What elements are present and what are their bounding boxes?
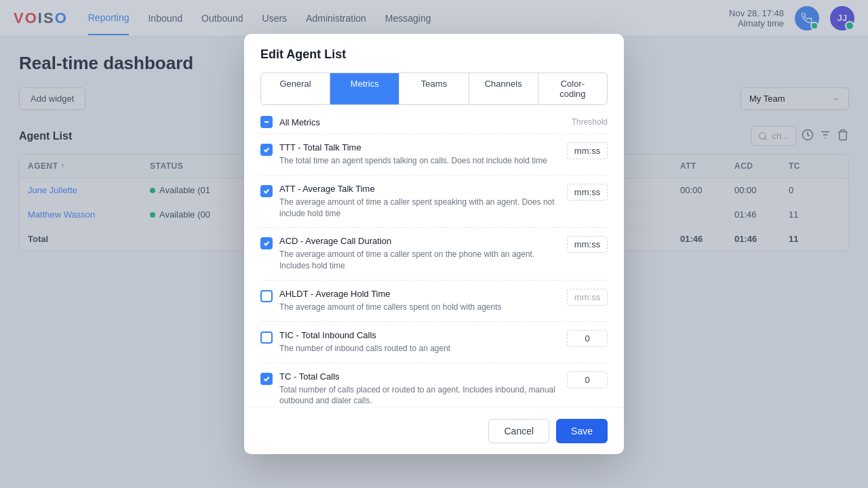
threshold-acd[interactable]: mm:ss xyxy=(567,236,608,253)
metric-desc-tic: The number of inbound calls routed to an… xyxy=(279,343,560,354)
modal-tabs: General Metrics Teams Channels Color-cod… xyxy=(260,73,608,105)
checkmark xyxy=(260,290,273,302)
metric-item-tc: TC - Total Calls Total number of calls p… xyxy=(260,363,608,407)
metric-desc-att: The average amount of time a caller spen… xyxy=(279,197,560,220)
checkbox-tic[interactable] xyxy=(260,331,273,344)
check-icon xyxy=(263,240,270,247)
modal-footer: Cancel Save xyxy=(244,407,624,454)
all-metrics-row: All Metrics Threshold xyxy=(260,105,608,134)
checkmark xyxy=(260,144,273,156)
save-button[interactable]: Save xyxy=(556,419,608,443)
checkbox-acd[interactable] xyxy=(260,237,273,249)
checkbox-tc[interactable] xyxy=(260,373,273,385)
metric-item-ahldt: AHLDT - Average Hold Time The average am… xyxy=(260,281,608,322)
checkbox-minus-mark xyxy=(260,116,273,128)
modal-header: Edit Agent List General Metrics Teams Ch… xyxy=(244,34,624,105)
minus-icon xyxy=(263,119,270,125)
checkmark xyxy=(260,331,273,344)
metric-name-tc: TC - Total Calls xyxy=(279,371,560,382)
checkmark xyxy=(260,237,273,249)
all-metrics-checkbox[interactable] xyxy=(260,116,273,128)
check-icon xyxy=(263,188,270,195)
checkmark xyxy=(260,373,273,385)
metric-name-ttt: TTT - Total Talk Time xyxy=(279,142,560,152)
all-metrics-left: All Metrics xyxy=(260,116,320,128)
threshold-ahldt[interactable]: mm:ss xyxy=(567,289,608,306)
threshold-tc[interactable]: 0 xyxy=(567,371,608,388)
tab-color-coding[interactable]: Color-coding xyxy=(538,73,607,104)
checkbox-ahldt[interactable] xyxy=(260,290,273,302)
modal-body: All Metrics Threshold TTT - Total Talk T… xyxy=(244,105,624,407)
checkbox-att[interactable] xyxy=(260,185,273,197)
tab-metrics[interactable]: Metrics xyxy=(330,73,399,104)
tab-teams[interactable]: Teams xyxy=(399,73,469,104)
checkbox-ttt[interactable] xyxy=(260,144,273,156)
threshold-header-label: Threshold xyxy=(572,117,608,127)
metric-item-tic: TIC - Total Inbound Calls The number of … xyxy=(260,322,608,363)
metric-desc-tc: Total number of calls placed or routed t… xyxy=(279,384,560,407)
metric-item-att: ATT - Average Talk Time The average amou… xyxy=(260,176,608,228)
tab-channels[interactable]: Channels xyxy=(469,73,538,104)
all-metrics-label: All Metrics xyxy=(279,117,320,127)
metric-name-tic: TIC - Total Inbound Calls xyxy=(279,330,560,340)
threshold-tic[interactable]: 0 xyxy=(567,330,608,347)
metric-name-ahldt: AHLDT - Average Hold Time xyxy=(279,289,560,299)
cancel-button[interactable]: Cancel xyxy=(488,419,549,443)
threshold-att[interactable]: mm:ss xyxy=(567,184,608,201)
metric-item-ttt: TTT - Total Talk Time The total time an … xyxy=(260,134,608,176)
metric-desc-ttt: The total time an agent spends talking o… xyxy=(279,155,560,167)
modal-overlay: Edit Agent List General Metrics Teams Ch… xyxy=(0,0,868,488)
metric-name-att: ATT - Average Talk Time xyxy=(279,184,560,194)
check-icon xyxy=(263,375,270,382)
metric-item-acd: ACD - Average Call Duration The average … xyxy=(260,228,608,281)
metric-name-acd: ACD - Average Call Duration xyxy=(279,236,560,246)
edit-agent-list-modal: Edit Agent List General Metrics Teams Ch… xyxy=(244,34,624,454)
tab-general[interactable]: General xyxy=(261,73,330,104)
threshold-ttt[interactable]: mm:ss xyxy=(567,142,608,159)
check-icon xyxy=(263,146,270,153)
checkmark xyxy=(260,185,273,197)
metric-desc-ahldt: The average amount of time callers spent… xyxy=(279,302,560,313)
modal-title: Edit Agent List xyxy=(260,47,608,62)
metric-desc-acd: The average amount of time a caller spen… xyxy=(279,249,560,272)
